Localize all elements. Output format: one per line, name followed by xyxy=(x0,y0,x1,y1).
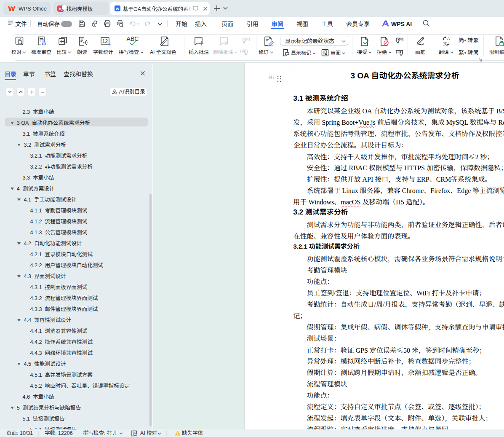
svg-text:文: 文 xyxy=(443,41,448,46)
svg-text:W: W xyxy=(116,7,120,11)
svg-text:ABC: ABC xyxy=(127,36,139,42)
svg-text:A: A xyxy=(447,36,450,41)
svg-text:AI: AI xyxy=(61,9,63,11)
svg-text:12: 12 xyxy=(102,38,108,44)
